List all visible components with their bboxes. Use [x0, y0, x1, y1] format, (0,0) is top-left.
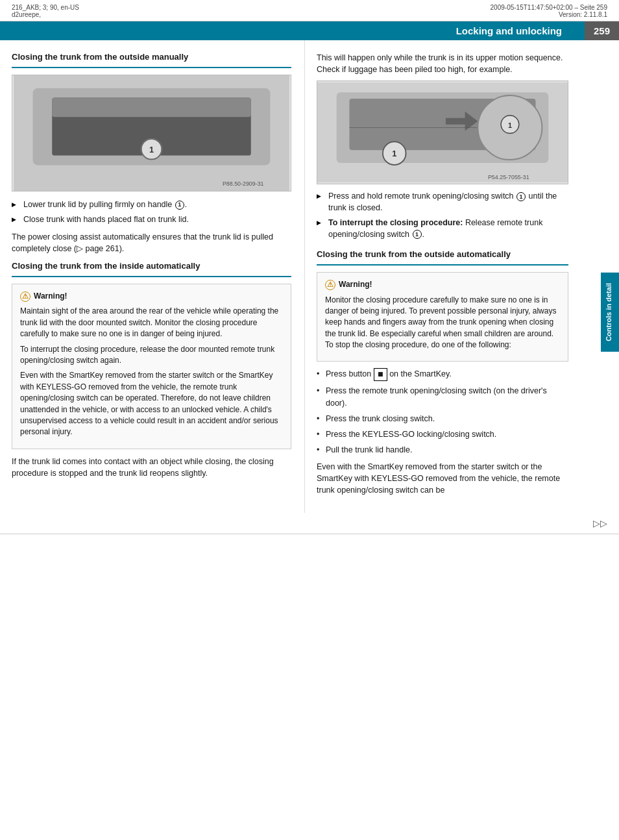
meta-right: 2009-05-15T11:47:50+02:00 – Seite 259 Ve… — [491, 4, 607, 18]
switch-circle-2: 1 — [413, 230, 422, 239]
right-bullet-1: Press and hold remote trunk opening/clos… — [317, 191, 568, 214]
bottom-nav — [0, 534, 619, 542]
warning-title-right: ⚠ Warning! — [325, 279, 560, 290]
warning-icon-left: ⚠ — [20, 291, 30, 302]
side-tab: Controls in detail — [601, 273, 619, 352]
smartkey-symbol: ⏹ — [374, 368, 387, 381]
svg-rect-3 — [52, 98, 251, 117]
right-body-end: Even with the SmartKey removed from the … — [317, 461, 568, 496]
warning-title-left: ⚠ Warning! — [20, 291, 283, 302]
warning-icon-right: ⚠ — [325, 280, 335, 290]
dot-item-5: Pull the trunk lid handle. — [317, 444, 568, 456]
warning-box-right: ⚠ Warning! Monitor the closing procedure… — [317, 272, 568, 362]
section3-divider — [317, 264, 568, 266]
left-column: Closing the trunk from the outside manua… — [0, 40, 305, 513]
svg-text:P88.50-2909-31: P88.50-2909-31 — [223, 180, 264, 187]
section2-divider — [12, 276, 291, 277]
section2-body: If the trunk lid comes into contact with… — [12, 456, 291, 479]
svg-text:1: 1 — [149, 145, 154, 154]
meta-header: 216_AKB; 3; 90, en-US d2ureepe, 2009-05-… — [0, 0, 619, 21]
meta-left: 216_AKB; 3; 90, en-US d2ureepe, — [12, 4, 79, 18]
svg-text:1: 1 — [508, 121, 512, 129]
dot-item-2: Press the remote trunk opening/closing s… — [317, 385, 568, 408]
warning-para-1: Maintain sight of the area around the re… — [20, 306, 283, 340]
arrow-symbol: ▷▷ — [593, 518, 607, 528]
bullet-item-2: Close trunk with hands placed flat on tr… — [12, 214, 291, 226]
dot-item-1: Press button ⏹ on the SmartKey. — [317, 368, 568, 381]
right-bullet-2: To interrupt the closing procedure: Rele… — [317, 217, 568, 240]
warning-box-left: ⚠ Warning! Maintain sight of the area ar… — [12, 284, 291, 449]
dot-item-4: Press the KEYLESS-GO locking/closing swi… — [317, 428, 568, 440]
section2-heading: Closing the trunk from the inside automa… — [12, 261, 291, 272]
trunk-image: 1 P88.50-2909-31 — [12, 75, 291, 191]
interrupt-bold: To interrupt the closing procedure: — [328, 218, 463, 227]
right-bullets: Press and hold remote trunk opening/clos… — [317, 191, 568, 240]
title-bar: Locking and unlocking 259 — [0, 21, 619, 40]
section1-bullets: Lower trunk lid by pulling firmly on han… — [12, 199, 291, 226]
bullet-item-1: Lower trunk lid by pulling firmly on han… — [12, 199, 291, 211]
section1-divider — [12, 67, 291, 68]
dot-item-3: Press the trunk closing switch. — [317, 413, 568, 425]
svg-text:P54.25-7055-31: P54.25-7055-31 — [488, 174, 529, 180]
dot-list: Press button ⏹ on the SmartKey. Press th… — [317, 368, 568, 456]
right-body1: This will happen only while the trunk is… — [317, 52, 568, 75]
handle-circle: 1 — [175, 201, 184, 210]
page-wrapper: 216_AKB; 3; 90, en-US d2ureepe, 2009-05-… — [0, 0, 619, 840]
trunk-svg: 1 P88.50-2909-31 — [12, 75, 291, 191]
warning-para-3: Even with the SmartKey removed from the … — [20, 370, 283, 438]
warning-para-2: To interrupt the closing procedure, rele… — [20, 344, 283, 367]
warning-text-right: Monitor the closing procedure carefully … — [325, 295, 560, 351]
content-area: Closing the trunk from the outside manua… — [0, 40, 619, 513]
right-column: This will happen only while the trunk is… — [305, 40, 601, 513]
section1-body: The power closing assist automatically e… — [12, 231, 291, 254]
remote-svg: 1 1 P54.25-7055-31 — [317, 81, 568, 184]
forward-arrow: ▷▷ — [0, 513, 619, 534]
page-number: 259 — [585, 21, 619, 40]
svg-text:1: 1 — [392, 149, 396, 158]
remote-trunk-image: 1 1 P54.25-7055-31 — [317, 80, 568, 184]
switch-circle-1: 1 — [516, 192, 526, 201]
section1-heading: Closing the trunk from the outside manua… — [12, 52, 291, 63]
section3-heading: Closing the trunk from the outside autom… — [317, 249, 568, 260]
